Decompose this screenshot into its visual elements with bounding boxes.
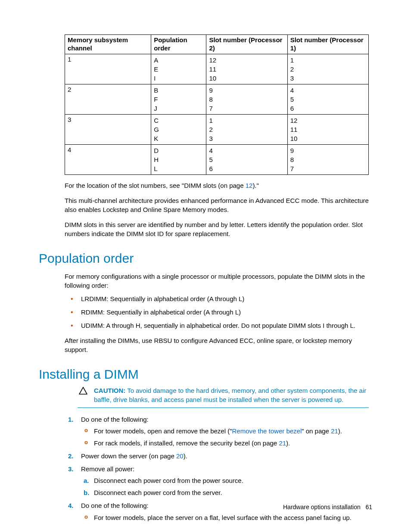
para-after-install: After installing the DIMMs, use RBSU to …: [65, 336, 369, 354]
link-page-20[interactable]: 20: [176, 452, 184, 460]
th-proc1: Slot number (Processor 1): [287, 35, 368, 54]
step-1: Do one of the following: For tower model…: [65, 415, 369, 448]
step-4-tower: For tower models, place the server on a …: [81, 513, 369, 523]
table-row: 4DHL456987: [65, 144, 369, 174]
table-row: 2BFJ987456: [65, 84, 369, 114]
memory-population-table: Memory subsystem channel Population orde…: [65, 34, 369, 175]
step-2: Power down the server (on page 20).: [65, 451, 369, 461]
cell-channel: 1: [65, 54, 151, 84]
cell-proc2: 987: [206, 84, 287, 114]
caution-icon: [78, 386, 89, 395]
cell-proc2: 123: [206, 114, 287, 144]
cell-order: CGK: [151, 114, 206, 144]
para-pop-intro: For memory configurations with a single …: [65, 272, 369, 290]
cell-channel: 3: [65, 114, 151, 144]
caution-box: CAUTION: To avoid damage to the hard dri…: [78, 386, 369, 408]
bullet-udimm: UDIMM: A through H, sequentially in alph…: [65, 321, 369, 330]
cell-channel: 4: [65, 144, 151, 174]
cell-proc1: 123: [287, 54, 368, 84]
step-3: Remove all power: Disconnect each power …: [65, 464, 369, 498]
cell-proc2: 121110: [206, 54, 287, 84]
table-row: 1AEI121110123: [65, 54, 369, 84]
cell-proc1: 987: [287, 144, 368, 174]
link-remove-tower-bezel[interactable]: Remove the tower bezel: [232, 427, 302, 435]
para-slot-location: For the location of the slot numbers, se…: [65, 181, 369, 190]
para-architecture: This multi-channel architecture provides…: [65, 196, 369, 214]
th-channel: Memory subsystem channel: [65, 35, 151, 54]
population-bullet-list: LRDIMM: Sequentially in alphabetical ord…: [65, 294, 369, 330]
cell-proc1: 456: [287, 84, 368, 114]
cell-proc2: 456: [206, 144, 287, 174]
cell-order: AEI: [151, 54, 206, 84]
th-proc2: Slot number (Processor 2): [206, 35, 287, 54]
svg-marker-0: [79, 387, 87, 394]
table-row: 3CGK123121110: [65, 114, 369, 144]
cell-proc1: 121110: [287, 114, 368, 144]
cell-order: DHL: [151, 144, 206, 174]
step-3b: Disconnect each power cord from the serv…: [81, 488, 369, 498]
step-3a: Disconnect each power cord from the powe…: [81, 476, 369, 485]
bullet-lrdimm: LRDIMM: Sequentially in alphabetical ord…: [65, 294, 369, 303]
link-page-21a[interactable]: 21: [331, 427, 338, 435]
th-order: Population order: [151, 35, 206, 54]
cell-order: BFJ: [151, 84, 206, 114]
para-identification: DIMM slots in this server are identified…: [65, 220, 369, 238]
bullet-rdimm: RDIMM: Sequentially in alphabetical orde…: [65, 308, 369, 317]
heading-population-order: Population order: [39, 251, 372, 266]
link-page-21b[interactable]: 21: [279, 439, 286, 447]
page-footer: Hardware options installation 61: [283, 504, 372, 510]
link-page-12[interactable]: 12: [246, 182, 253, 189]
caution-text: CAUTION: To avoid damage to the hard dri…: [89, 386, 369, 404]
heading-installing-dimm: Installing a DIMM: [39, 367, 372, 382]
cell-channel: 2: [65, 84, 151, 114]
step-1-tower: For tower models, open and remove the be…: [81, 426, 369, 436]
step-1-rack: For rack models, if installed, remove th…: [81, 439, 369, 448]
